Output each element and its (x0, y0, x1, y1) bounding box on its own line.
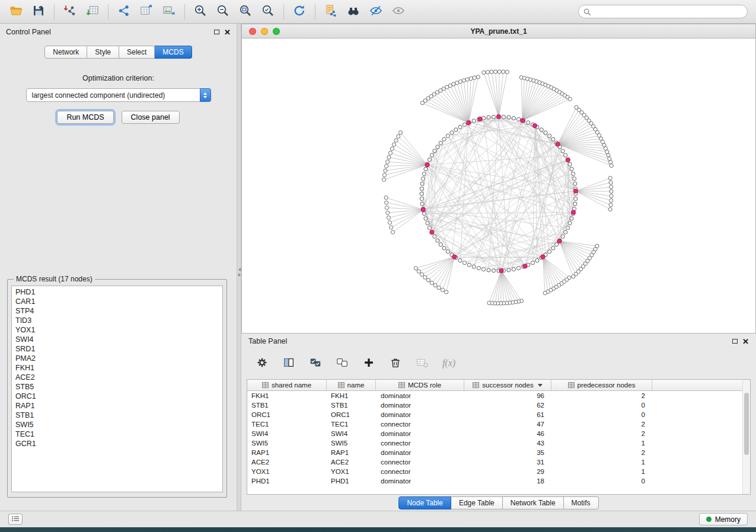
network-canvas[interactable] (242, 39, 755, 333)
column-header-name[interactable]: name (327, 380, 376, 390)
table-row[interactable]: STB1 STB1 dominator 62 0 (247, 400, 742, 410)
column-edit-icon (262, 382, 269, 388)
column-header-mcds-role[interactable]: MCDS role (376, 380, 464, 390)
mcds-node-item[interactable]: ORC1 (15, 392, 222, 401)
table-row[interactable]: ACE2 ACE2 connector 31 1 (247, 457, 742, 467)
tab-style[interactable]: Style (87, 46, 119, 59)
select-all-rows-button[interactable] (307, 355, 324, 371)
desktop-background (0, 527, 756, 532)
zoom-in-button[interactable] (189, 2, 212, 21)
table-row[interactable]: PHD1 PHD1 dominator 18 0 (247, 476, 742, 486)
tab-edge-table[interactable]: Edge Table (451, 496, 503, 509)
mcds-node-item[interactable]: TID3 (15, 316, 222, 325)
mcds-node-item[interactable]: SWI5 (15, 420, 222, 430)
toolbar-separator (184, 4, 185, 20)
column-header-predecessor-nodes[interactable]: predecessor nodes (551, 380, 652, 390)
create-column-button[interactable] (360, 355, 378, 371)
delete-table-button[interactable] (413, 355, 431, 371)
refresh-layout-button[interactable] (288, 2, 311, 21)
table-row[interactable]: YOX1 YOX1 connector 29 1 (247, 467, 742, 476)
import-table-button[interactable] (81, 2, 104, 21)
table-scrollbar-thumb[interactable] (744, 393, 749, 455)
function-builder-button[interactable]: f(x) (440, 355, 458, 371)
tab-network[interactable]: Network (44, 46, 87, 59)
mcds-node-item[interactable]: STP4 (15, 306, 222, 316)
cell-successor-nodes: 46 (464, 430, 551, 437)
mcds-node-item[interactable]: SWI4 (15, 335, 222, 344)
export-network-button[interactable] (113, 2, 135, 21)
column-edit-icon (473, 382, 479, 388)
show-hide-button[interactable] (387, 2, 410, 21)
select-all-icon (309, 356, 322, 371)
trash-icon (389, 356, 402, 371)
table-scrollbar[interactable] (742, 380, 750, 494)
splitter-collapse-handle[interactable] (237, 265, 241, 278)
panel-menu-button[interactable] (8, 514, 23, 525)
zoom-fit-button[interactable] (234, 2, 257, 21)
delete-column-button[interactable] (387, 355, 404, 371)
zoom-selected-button[interactable] (257, 2, 279, 21)
export-table-button[interactable] (135, 2, 158, 21)
memory-button[interactable]: Memory (699, 513, 748, 525)
float-table-panel-icon[interactable] (732, 339, 738, 344)
table-row[interactable]: ORC1 ORC1 dominator 61 0 (247, 410, 742, 419)
search-icon (583, 8, 591, 15)
toolbar-search-input[interactable] (578, 5, 748, 18)
mcds-node-item[interactable]: YOX1 (15, 325, 222, 335)
criterion-dropdown[interactable]: largest connected component (undirected) (26, 88, 211, 102)
tab-network-table[interactable]: Network Table (503, 496, 564, 509)
network-window-titlebar[interactable]: YPA_prune.txt_1 (242, 24, 755, 39)
find-button[interactable] (342, 2, 365, 21)
table-row[interactable]: SWI4 SWI4 dominator 46 2 (247, 429, 742, 438)
deselect-all-rows-button[interactable] (333, 355, 351, 371)
zoom-selected-icon (261, 4, 275, 20)
zoom-out-button[interactable] (212, 2, 234, 21)
copy-style-button[interactable] (320, 2, 342, 21)
table-settings-button[interactable] (253, 355, 271, 371)
column-header-successor-nodes[interactable]: successor nodes (464, 380, 551, 390)
close-table-panel-icon[interactable]: ✕ (742, 338, 749, 345)
cell-name: ACE2 (327, 459, 376, 466)
mcds-node-item[interactable]: PMA2 (15, 354, 222, 363)
control-panel: Control Panel ✕ Network Style Select MCD… (0, 24, 237, 511)
column-header-shared-name[interactable]: shared name (247, 380, 327, 390)
node-table: shared name name MCDS role successor nod… (247, 379, 751, 495)
mcds-result-list[interactable]: PHD1CAR1STP4TID3YOX1SWI4SRD1PMA2FKH1ACE2… (11, 286, 223, 492)
close-panel-icon[interactable]: ✕ (224, 28, 231, 36)
hide-style-button[interactable] (365, 2, 387, 21)
tab-select[interactable]: Select (119, 46, 155, 59)
run-mcds-button[interactable]: Run MCDS (57, 111, 113, 124)
mcds-node-item[interactable]: STB5 (15, 382, 222, 392)
table-row[interactable]: RAP1 RAP1 dominator 35 2 (247, 448, 742, 457)
table-row[interactable]: FKH1 FKH1 dominator 96 2 (247, 391, 742, 400)
show-columns-button[interactable] (280, 355, 298, 371)
close-panel-button[interactable]: Close panel (122, 111, 180, 124)
tab-mcds[interactable]: MCDS (155, 46, 192, 59)
mcds-node-item[interactable]: TEC1 (15, 430, 222, 439)
tab-motifs[interactable]: Motifs (564, 496, 599, 509)
tab-node-table[interactable]: Node Table (398, 496, 451, 509)
export-image-button[interactable] (158, 2, 180, 21)
mcds-node-item[interactable]: SRD1 (15, 344, 222, 354)
import-network-button[interactable] (59, 2, 81, 21)
node-table-header: shared name name MCDS role successor nod… (247, 380, 750, 391)
table-row[interactable]: TEC1 TEC1 connector 47 2 (247, 419, 742, 429)
status-bar: Memory (0, 511, 756, 527)
import-table-icon (85, 4, 100, 20)
mcds-node-item[interactable]: STB1 (15, 411, 222, 420)
main-toolbar (0, 0, 756, 24)
float-panel-icon[interactable] (214, 30, 219, 34)
plus-icon (362, 356, 375, 371)
table-row[interactable]: SWI5 SWI5 connector 43 1 (247, 438, 742, 448)
panel-splitter[interactable] (237, 24, 241, 511)
save-session-button[interactable] (27, 2, 50, 21)
mcds-node-item[interactable]: RAP1 (15, 401, 222, 411)
mcds-node-item[interactable]: GCR1 (15, 439, 222, 448)
mcds-node-item[interactable]: CAR1 (15, 297, 222, 306)
mcds-node-item[interactable]: FKH1 (15, 363, 222, 373)
mcds-node-item[interactable]: PHD1 (15, 287, 222, 297)
open-session-button[interactable] (5, 2, 27, 21)
export-image-icon (162, 4, 176, 20)
mcds-node-item[interactable]: ACE2 (15, 373, 222, 382)
cell-mcds-role: dominator (376, 430, 464, 437)
